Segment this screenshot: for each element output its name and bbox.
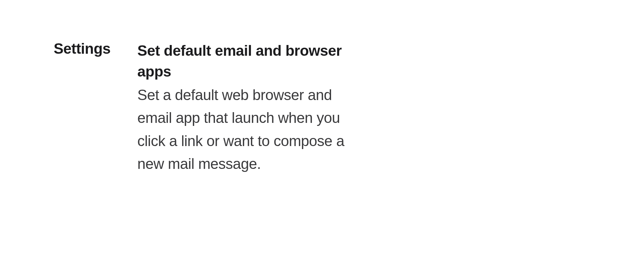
settings-section-description: Set a default web browser and email app …	[138, 84, 345, 175]
settings-category-column: Settings	[54, 40, 111, 175]
settings-panel: Settings Set default email and browser a…	[0, 0, 644, 175]
settings-category-label: Settings	[54, 40, 111, 57]
settings-detail-column: Set default email and browser apps Set a…	[138, 40, 345, 175]
settings-section-title: Set default email and browser apps	[138, 40, 345, 82]
